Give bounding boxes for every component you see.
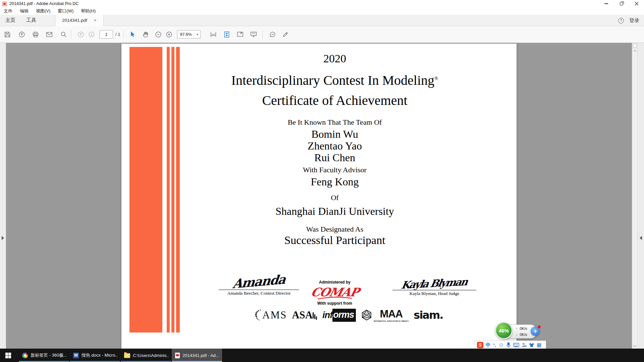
presentation-button[interactable] bbox=[250, 31, 258, 39]
taskbar-item-label: C:\Users\Adminis... bbox=[133, 353, 169, 358]
expand-left-panel-icon[interactable] bbox=[2, 236, 4, 240]
notification-dot bbox=[538, 325, 541, 328]
menu-file[interactable]: 文件 bbox=[0, 8, 16, 14]
certificate-subtitle: Certificate of Achievement bbox=[153, 93, 517, 108]
maa-icosahedron-icon bbox=[361, 309, 372, 321]
menu-window[interactable]: 窗口(W) bbox=[54, 8, 77, 14]
left-panel-strip[interactable] bbox=[0, 43, 6, 349]
tab-tools[interactable]: 工具 bbox=[21, 17, 42, 23]
fullscreen-button[interactable] bbox=[236, 31, 244, 39]
menu-help[interactable]: 帮助(H) bbox=[77, 8, 99, 14]
microphone-icon[interactable] bbox=[506, 342, 511, 348]
taskbar-item-word[interactable]: W 报告.docx - Micro... bbox=[70, 349, 120, 362]
screen: 2014341.pdf - Adobe Acrobat Pro DC 文件 编辑… bbox=[0, 0, 644, 362]
save-icon bbox=[4, 31, 11, 38]
upload-speed: 0K/s bbox=[520, 325, 527, 331]
registered-mark: ® bbox=[434, 76, 438, 81]
ime-chinese-mode[interactable]: 中 bbox=[486, 342, 491, 348]
tab-document-label: 2014341.pdf bbox=[62, 18, 87, 23]
tab-close-icon[interactable]: × bbox=[94, 18, 97, 23]
scrolling-mode-button[interactable] bbox=[209, 31, 217, 39]
menu-edit[interactable]: 编辑 bbox=[16, 8, 32, 14]
previous-page-button[interactable] bbox=[77, 31, 85, 39]
signature-left: Amanda Amanda Beecher, Contest Director bbox=[219, 274, 299, 296]
print-icon bbox=[32, 31, 39, 38]
ams-text: AMS bbox=[262, 309, 287, 321]
cursor-arrow-icon bbox=[129, 31, 136, 38]
asa-bars-icon bbox=[313, 312, 317, 321]
taskbar: 新标签页 - 360极... W 报告.docx - Micro... C:\U… bbox=[0, 349, 644, 362]
signature-left-script: Amanda bbox=[232, 272, 286, 291]
toolbar: / 1 97.6% ▾ bbox=[0, 26, 644, 43]
signature-right: Kayla Blyman Kayla Blyman, Head Judge bbox=[392, 278, 476, 296]
chevron-down-icon: ▾ bbox=[197, 33, 198, 36]
taskbar-item-browser[interactable]: 新标签页 - 360极... bbox=[19, 349, 69, 362]
ams-logo: AMS bbox=[255, 309, 287, 321]
signature-right-script: Kayla Blyman bbox=[400, 276, 468, 291]
document-canvas[interactable]: 2020 Interdisciplinary Contest In Modeli… bbox=[6, 43, 632, 349]
draw-tool-button[interactable] bbox=[281, 31, 289, 39]
zoom-level-select[interactable]: 97.6% ▾ bbox=[177, 30, 201, 39]
signature-line bbox=[219, 290, 299, 290]
toolbox-grid-icon[interactable]: ▦ bbox=[537, 342, 541, 348]
tab-row: 主页 工具 2014341.pdf × ? 登录 bbox=[0, 15, 644, 26]
sign-in-button[interactable]: 登录 bbox=[629, 17, 639, 24]
taskbar-item-acrobat[interactable]: 2014341.pdf - Ad... bbox=[172, 349, 222, 362]
skin-shirt-icon[interactable] bbox=[529, 343, 534, 347]
sogou-logo[interactable]: S bbox=[477, 342, 483, 348]
email-button[interactable] bbox=[45, 31, 53, 39]
right-panel-strip[interactable] bbox=[637, 43, 644, 349]
ime-punctuation-icon[interactable]: °, bbox=[493, 343, 496, 348]
maa-text: MAA bbox=[380, 308, 402, 320]
windows-logo-icon bbox=[5, 353, 11, 358]
tab-home[interactable]: 主页 bbox=[0, 17, 21, 23]
hand-tool-button[interactable] bbox=[142, 31, 150, 39]
keyboard-icon[interactable] bbox=[513, 343, 519, 347]
minimize-button[interactable] bbox=[599, 0, 614, 7]
vertical-scrollbar[interactable] bbox=[632, 43, 637, 349]
hand-icon bbox=[142, 31, 149, 38]
folder-icon bbox=[124, 353, 130, 358]
pdf-page: 2020 Interdisciplinary Contest In Modeli… bbox=[121, 44, 517, 349]
zoom-in-button[interactable] bbox=[165, 31, 173, 39]
taskbar-item-label: 新标签页 - 360极... bbox=[31, 352, 67, 358]
designated-line: Was Designated As bbox=[153, 225, 517, 234]
page-number-input[interactable] bbox=[100, 30, 113, 39]
ime-toolbar: S 中 °, ☺ ▦ bbox=[475, 341, 546, 349]
close-button[interactable] bbox=[629, 0, 644, 7]
share-button[interactable] bbox=[18, 31, 26, 39]
browser-360-icon bbox=[22, 353, 28, 358]
comment-button[interactable] bbox=[269, 31, 277, 39]
zoom-out-button[interactable] bbox=[154, 31, 162, 39]
taskbar-item-explorer[interactable]: C:\Users\Adminis... bbox=[121, 349, 171, 362]
download-speed: 0K/s bbox=[520, 331, 527, 338]
start-button[interactable] bbox=[0, 349, 16, 362]
scroll-up-icon[interactable] bbox=[633, 50, 637, 53]
print-button[interactable] bbox=[32, 31, 40, 39]
scroll-down-icon[interactable] bbox=[633, 344, 637, 347]
fit-page-button[interactable] bbox=[223, 31, 231, 39]
scrollbar-thumb[interactable] bbox=[633, 44, 637, 48]
expand-right-panel-icon[interactable] bbox=[640, 236, 642, 240]
next-page-button[interactable] bbox=[88, 31, 96, 39]
maa-logo: MAA MATHEMATICAL ASSOCIATION OF AMERICA bbox=[361, 308, 409, 322]
find-button[interactable] bbox=[60, 31, 68, 39]
pencil-icon bbox=[282, 31, 289, 38]
window-title: 2014341.pdf - Adobe Acrobat Pro DC bbox=[9, 1, 78, 6]
help-icon[interactable]: ? bbox=[618, 18, 624, 23]
save-button[interactable] bbox=[3, 31, 11, 39]
team-member-name: Rui Chen bbox=[153, 152, 517, 164]
menu-bar: 文件 编辑 视图(V) 窗口(W) 帮助(H) bbox=[0, 7, 644, 15]
tab-document[interactable]: 2014341.pdf × bbox=[55, 15, 104, 26]
of-label: Of bbox=[153, 193, 517, 202]
restore-button[interactable] bbox=[614, 0, 629, 7]
memory-percent-ball[interactable]: 46% bbox=[495, 322, 513, 339]
select-tool-button[interactable] bbox=[128, 31, 137, 39]
emoji-icon[interactable]: ☺ bbox=[498, 342, 504, 348]
advisor-label: With Faculty Advisor bbox=[153, 166, 517, 174]
acrobat-app-icon bbox=[2, 2, 7, 6]
menu-view[interactable]: 视图(V) bbox=[32, 8, 54, 14]
minimize-icon bbox=[604, 3, 608, 4]
user-icon[interactable] bbox=[522, 343, 527, 348]
certificate-title-text: Interdisciplinary Contest In Modeling bbox=[231, 73, 434, 88]
